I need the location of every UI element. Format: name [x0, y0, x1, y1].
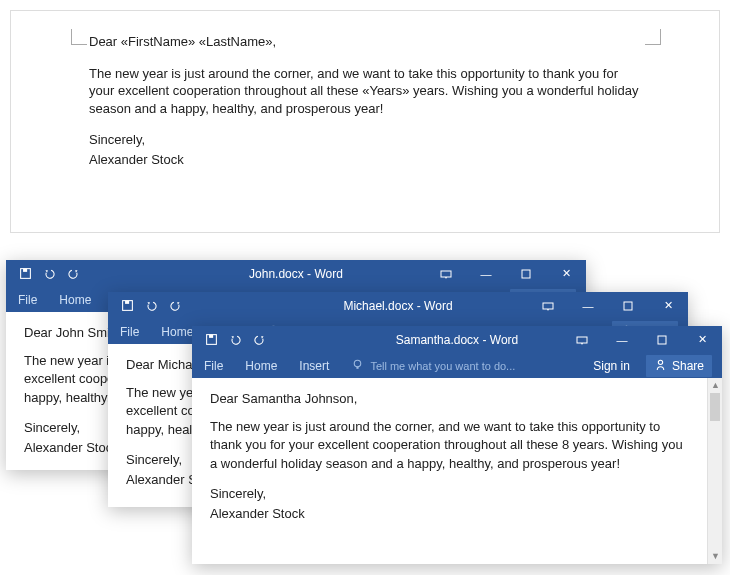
crop-mark-tl	[71, 29, 87, 45]
close-button[interactable]: ✕	[648, 292, 688, 319]
close-button[interactable]: ✕	[546, 260, 586, 287]
share-icon	[654, 358, 667, 374]
share-button[interactable]: Share	[646, 355, 712, 377]
scroll-thumb[interactable]	[710, 393, 720, 421]
ribbon-display-icon[interactable]	[562, 326, 602, 353]
window-controls: — ✕	[528, 292, 688, 319]
ribbon-display-icon[interactable]	[426, 260, 466, 287]
svg-rect-10	[624, 302, 632, 310]
svg-rect-19	[357, 367, 359, 369]
minimize-button[interactable]: —	[568, 292, 608, 319]
svg-rect-1	[23, 269, 27, 272]
sign-in-link[interactable]: Sign in	[593, 359, 630, 373]
tab-file[interactable]: File	[204, 359, 223, 373]
close-button[interactable]: ✕	[682, 326, 722, 353]
scroll-down-arrow-icon[interactable]: ▼	[708, 549, 722, 564]
doc-greeting: Dear Samantha Johnson,	[210, 390, 692, 408]
tab-insert[interactable]: Insert	[299, 359, 329, 373]
title-bar[interactable]: Michael.docx - Word — ✕	[108, 292, 688, 319]
lightbulb-icon	[351, 358, 364, 373]
vertical-scrollbar[interactable]: ▲ ▼	[707, 378, 722, 564]
svg-point-18	[355, 360, 362, 367]
quick-access-toolbar	[6, 267, 80, 281]
share-label: Share	[672, 359, 704, 373]
quick-access-toolbar	[192, 333, 266, 347]
minimize-button[interactable]: —	[466, 260, 506, 287]
window-controls: — ✕	[562, 326, 722, 353]
tab-file[interactable]: File	[18, 293, 37, 307]
ribbon-display-icon[interactable]	[528, 292, 568, 319]
doc-signature: Alexander Stock	[210, 505, 692, 523]
minimize-button[interactable]: —	[602, 326, 642, 353]
template-greeting: Dear «FirstName» «LastName»,	[89, 33, 643, 51]
save-icon[interactable]	[18, 267, 32, 281]
undo-icon[interactable]	[228, 333, 242, 347]
crop-mark-tr	[645, 29, 661, 45]
redo-icon[interactable]	[252, 333, 266, 347]
template-body: The new year is just around the corner, …	[89, 65, 643, 118]
save-icon[interactable]	[120, 299, 134, 313]
title-bar[interactable]: Samantha.docx - Word — ✕	[192, 326, 722, 353]
maximize-button[interactable]	[506, 260, 546, 287]
title-bar[interactable]: John.docx - Word — ✕	[6, 260, 586, 287]
undo-icon[interactable]	[144, 299, 158, 313]
window-controls: — ✕	[426, 260, 586, 287]
template-document: Dear «FirstName» «LastName», The new yea…	[10, 10, 720, 233]
tab-home[interactable]: Home	[161, 325, 193, 339]
ribbon-right: Sign in Share	[593, 355, 712, 377]
scroll-up-arrow-icon[interactable]: ▲	[708, 378, 722, 393]
redo-icon[interactable]	[66, 267, 80, 281]
template-signoff: Sincerely,	[89, 131, 643, 149]
doc-signoff: Sincerely,	[210, 485, 692, 503]
svg-rect-15	[209, 335, 213, 338]
tab-home[interactable]: Home	[59, 293, 91, 307]
svg-rect-17	[658, 336, 666, 344]
maximize-button[interactable]	[608, 292, 648, 319]
svg-point-20	[658, 360, 662, 364]
doc-body: The new year is just around the corner, …	[210, 418, 692, 473]
tell-me-placeholder: Tell me what you want to do...	[370, 360, 515, 372]
svg-rect-9	[543, 303, 553, 309]
template-signature: Alexander Stock	[89, 151, 643, 169]
word-window-samantha[interactable]: Samantha.docx - Word — ✕ File Home Inser…	[192, 326, 722, 564]
undo-icon[interactable]	[42, 267, 56, 281]
tab-home[interactable]: Home	[245, 359, 277, 373]
ribbon: File Home Insert Tell me what you want t…	[192, 353, 722, 378]
quick-access-toolbar	[108, 299, 182, 313]
tab-file[interactable]: File	[120, 325, 139, 339]
svg-rect-8	[125, 301, 129, 304]
svg-rect-3	[522, 270, 530, 278]
document-body[interactable]: Dear Samantha Johnson, The new year is j…	[192, 378, 722, 564]
save-icon[interactable]	[204, 333, 218, 347]
maximize-button[interactable]	[642, 326, 682, 353]
template-page: Dear «FirstName» «LastName», The new yea…	[89, 33, 643, 182]
svg-rect-16	[577, 337, 587, 343]
redo-icon[interactable]	[168, 299, 182, 313]
tell-me-search[interactable]: Tell me what you want to do...	[351, 358, 515, 373]
svg-rect-2	[441, 271, 451, 277]
